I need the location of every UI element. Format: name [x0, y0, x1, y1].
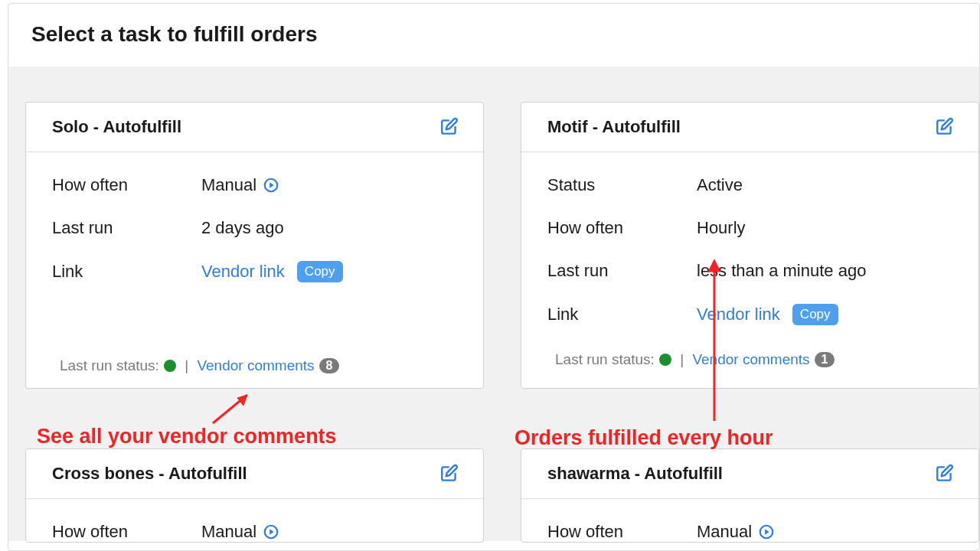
last-run-value: 2 days ago: [201, 218, 284, 238]
last-run-status-label: Last run status:: [555, 351, 655, 368]
how-often-label: How often: [547, 218, 697, 238]
card-title: Solo - Autofulfill: [52, 117, 181, 137]
vendor-comments-link[interactable]: Vendor comments: [197, 357, 314, 374]
how-often-value: Manual: [201, 175, 256, 195]
card-title: Motif - Autofulfill: [547, 117, 681, 137]
play-icon[interactable]: [758, 523, 775, 540]
last-run-status-label: Last run status:: [60, 357, 159, 374]
svg-marker-1: [270, 182, 274, 187]
comments-count-badge: 1: [815, 352, 835, 367]
task-card-crossbones: Cross bones - Autofulfill How often Manu…: [25, 448, 484, 543]
how-often-value: Manual: [697, 522, 752, 542]
link-label: Link: [52, 262, 201, 282]
task-card-motif: Motif - Autofulfill Status Active How of…: [521, 102, 979, 389]
edit-icon[interactable]: [439, 463, 460, 484]
link-label: Link: [547, 305, 697, 324]
task-card-shawarma: shawarma - Autofulfill How often Manual: [521, 448, 979, 543]
svg-marker-7: [237, 395, 247, 406]
svg-marker-9: [708, 259, 720, 272]
arrow-icon: [205, 389, 259, 427]
how-often-label: How often: [52, 522, 201, 542]
vendor-link[interactable]: Vendor link: [201, 262, 285, 282]
status-value: Active: [697, 175, 743, 195]
status-label: Status: [547, 175, 697, 195]
copy-button[interactable]: Copy: [297, 261, 343, 282]
how-often-value: Manual: [201, 522, 256, 542]
task-card-solo: Solo - Autofulfill How often Manual: [25, 102, 484, 389]
play-icon[interactable]: [263, 523, 279, 540]
annotation-left: See all your vendor comments: [37, 425, 337, 448]
how-often-label: How often: [547, 522, 697, 542]
card-title: shawarma - Autofulfill: [547, 464, 723, 484]
edit-icon[interactable]: [934, 116, 956, 138]
page-title: Select a task to fulfill orders: [8, 4, 979, 67]
how-often-label: How often: [52, 175, 201, 195]
svg-marker-3: [270, 529, 274, 534]
how-often-value: Hourly: [697, 218, 746, 238]
card-title: Cross bones - Autofulfill: [52, 464, 247, 484]
svg-marker-5: [765, 529, 769, 534]
last-run-label: Last run: [547, 261, 697, 281]
edit-icon[interactable]: [934, 463, 956, 484]
annotation-right: Orders fulfilled every hour: [514, 426, 773, 450]
play-icon[interactable]: [263, 177, 279, 194]
edit-icon[interactable]: [439, 116, 460, 138]
copy-button[interactable]: Copy: [792, 304, 838, 325]
last-run-label: Last run: [52, 218, 201, 238]
status-dot-green-icon: [659, 354, 671, 366]
comments-count-badge: 8: [319, 358, 340, 373]
status-dot-green-icon: [164, 360, 176, 372]
arrow-icon: [703, 256, 726, 425]
